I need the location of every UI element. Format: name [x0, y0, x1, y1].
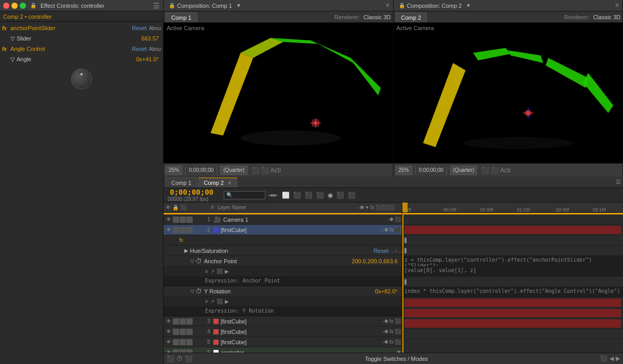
layer-row-3[interactable]: 👁 3 [firstCube] -✱ fx ⬛: [164, 316, 402, 327]
window-close-button[interactable]: [3, 3, 9, 9]
y-rotation-row[interactable]: ▽ ⏱ Y Rotation 0x+82.0°: [164, 286, 402, 296]
layer-row-1[interactable]: 👁 1 🎥 Camera 1 -✱ ⬛: [164, 214, 402, 225]
layer1-prop-1[interactable]: -✱: [388, 217, 394, 222]
layer4-prop-2[interactable]: ⬛: [395, 329, 401, 334]
anchor-expression-icons-row: ≡ ↗ ⬛ ▶: [164, 266, 402, 277]
expr-text-2: [value[0], value[1], z]: [404, 267, 476, 273]
angle-sub-item[interactable]: ▽ Angle 0x+41.0°: [0, 54, 163, 64]
comp1-close-button[interactable]: ✕: [385, 2, 390, 9]
panel-menu-button[interactable]: ☰: [153, 2, 160, 10]
hue-sat-row[interactable]: ▶ Hue/Saturation Reset ...↕...: [164, 246, 402, 256]
toggle-switches-label[interactable]: Toggle Switches / Modes: [195, 356, 598, 362]
layer3-icon-b: [180, 318, 186, 325]
y-rot-expr-icon-2[interactable]: ↗: [210, 299, 214, 304]
anchor-expr-icon-4[interactable]: ▶: [225, 268, 229, 274]
comp1-toolbar-sep1: [185, 166, 186, 174]
bottom-btn-2[interactable]: ⏱: [177, 355, 183, 362]
layer5-prop-2[interactable]: ⬛: [395, 339, 401, 345]
bottom-btn-1[interactable]: ⬛: [167, 355, 174, 362]
effect-name-1: anchorPointSlider: [10, 25, 132, 31]
timeline-tab-comp2[interactable]: Comp 2 ✕: [198, 178, 238, 187]
layer4-prop-fx[interactable]: fx: [389, 329, 394, 334]
timeline-tab2-close[interactable]: ✕: [227, 180, 232, 186]
timeline-graph-inner: 0f 00:15f 01:00f 01:15f 02:00f 02:15f: [402, 203, 623, 353]
y-rot-expr-icon-4[interactable]: ▶: [225, 299, 229, 304]
svg-rect-9: [314, 121, 318, 125]
layer-row-4[interactable]: 👁 4 [firstCube] -✱ fx ⬛: [164, 327, 402, 337]
comp2-zoom-btn[interactable]: 25%: [396, 166, 412, 175]
y-rot-expr-icon-1[interactable]: ≡: [205, 299, 208, 304]
tl-btn-4[interactable]: ⬛: [304, 191, 314, 200]
tl-btn-1[interactable]: ⇥⇤: [267, 191, 279, 200]
anchor-expr-icon-1[interactable]: ≡: [205, 268, 208, 274]
layer1-icon-c: [186, 217, 193, 223]
tl-btn-8[interactable]: ⬛: [347, 191, 357, 200]
timeline-tab-comp1[interactable]: Comp 1: [166, 178, 197, 187]
anchor-expr-icon-2[interactable]: ↗: [210, 268, 214, 274]
effect-reset-2[interactable]: Reset: [132, 46, 147, 52]
comp1-panel: 🔒 Composition: Comp 1 ▼ ✕ Comp 1 Rendere…: [164, 0, 394, 177]
slider-name: Slider: [17, 35, 31, 42]
layer2-eye-icon[interactable]: 👁: [165, 227, 173, 233]
window-min-button[interactable]: [11, 3, 18, 9]
slider-sub-item[interactable]: ▽ Slider 663.57: [0, 33, 163, 44]
comp1-dropdown-icon[interactable]: ▼: [236, 3, 241, 8]
layer3-eye-icon[interactable]: 👁: [165, 318, 173, 324]
tl-btn-7[interactable]: ⬛: [335, 191, 345, 200]
tl-btn-3[interactable]: ⬛: [292, 191, 302, 200]
effect-angle-control[interactable]: fx Angle Control Reset Abou: [0, 44, 163, 54]
layer2-prop-fx[interactable]: fx: [389, 227, 394, 233]
layer3-prop-2[interactable]: ⬛: [395, 318, 401, 324]
comp2-close-button[interactable]: ✕: [615, 2, 619, 9]
layer4-prop-1[interactable]: -✱: [383, 329, 388, 334]
nav-arrow-left2[interactable]: ◀: [610, 355, 614, 362]
bottom-btn-3[interactable]: ⬛: [185, 355, 193, 362]
time-display[interactable]: 0;00;00;00: [166, 188, 218, 196]
anchor-point-value[interactable]: 200.0,200.0,663.6: [351, 258, 398, 264]
comp1-tab[interactable]: Comp 1: [166, 12, 197, 22]
layer5-eye-icon[interactable]: 👁: [165, 339, 173, 345]
tl-btn-6[interactable]: ◉: [327, 191, 334, 200]
comp2-quality-btn[interactable]: (Quarter): [450, 166, 478, 175]
comp1-quality-btn[interactable]: (Quarter): [220, 166, 248, 175]
comp2-dropdown-icon[interactable]: ▼: [466, 3, 471, 8]
comp2-tab[interactable]: Comp 2: [396, 12, 427, 22]
angle-dial[interactable]: [71, 69, 92, 89]
effect-about-2[interactable]: Abou: [149, 46, 161, 52]
y-rot-expr-icon-3[interactable]: ⬛: [216, 299, 223, 304]
window-max-button[interactable]: [20, 3, 26, 9]
search-input[interactable]: [224, 191, 265, 199]
layer5-prop-1[interactable]: -✱: [383, 339, 388, 345]
angle-value[interactable]: 0x+41.0°: [136, 56, 159, 62]
tl-btn-5[interactable]: ⬛: [315, 191, 325, 200]
slider-value[interactable]: 663.57: [141, 35, 159, 42]
effect-reset-1[interactable]: Reset: [132, 25, 147, 31]
layer3-prop-1[interactable]: -✱: [383, 318, 388, 324]
layer-row-2[interactable]: 👁 2 [firstCube] -✱ fx ⬛: [164, 225, 402, 235]
layer3-prop-fx[interactable]: fx: [389, 318, 394, 324]
tl-btn-2[interactable]: ⬜: [281, 191, 291, 200]
effect-about-1[interactable]: Abou: [149, 25, 161, 31]
nav-arrow-left1[interactable]: ⬛: [600, 355, 607, 362]
nav-arrow-right[interactable]: ▶: [616, 355, 620, 362]
hue-sat-reset[interactable]: Reset: [374, 248, 389, 254]
layer-row-5[interactable]: 👁 5 [firstCube] -✱ fx ⬛: [164, 337, 402, 347]
comp1-svg: [164, 23, 393, 163]
layer4-eye-icon[interactable]: 👁: [165, 329, 173, 334]
effect-anchor-point-slider[interactable]: fx anchorPointSlider Reset Abou: [0, 23, 163, 33]
layer1-prop-2[interactable]: ⬛: [395, 217, 401, 222]
layer2-prop-1[interactable]: -✱: [383, 227, 388, 233]
layer1-eye-icon[interactable]: 👁: [165, 217, 173, 222]
comp2-svg: [394, 23, 623, 163]
y-rotation-expression-label-row: Expression: Y Rotation: [164, 307, 402, 316]
svg-marker-13: [546, 58, 588, 88]
comp2-panel: 🔒 Composition: Comp 2 ▼ ✕ Comp 2 Rendere…: [394, 0, 624, 177]
anchor-expr-icon-3[interactable]: ⬛: [216, 268, 223, 274]
y-rotation-value[interactable]: 0x+82.0°: [375, 288, 398, 294]
layer5-prop-fx[interactable]: fx: [389, 339, 394, 345]
anchor-point-row[interactable]: ▽ ⏱ Anchor Point 200.0,200.0,663.6: [164, 256, 402, 266]
timeline-menu-button[interactable]: ☰: [616, 179, 621, 187]
layer2-prop-2[interactable]: ⬛: [395, 227, 401, 233]
layer-row-6[interactable]: 👁 6 controller -✱: [164, 347, 402, 353]
comp1-zoom-btn[interactable]: 25%: [166, 166, 182, 175]
